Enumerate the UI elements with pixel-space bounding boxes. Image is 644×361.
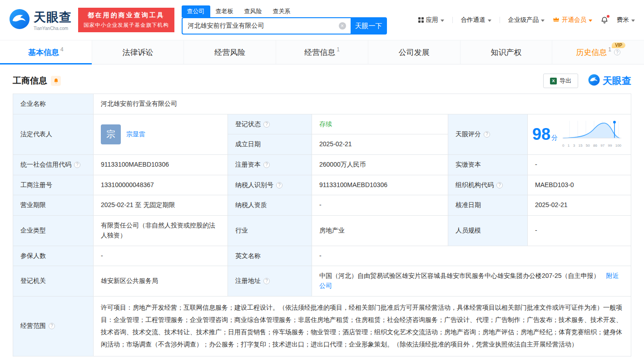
watermark-text: 天眼查 [603, 74, 631, 87]
field-label-company-type: 企业类型 [13, 216, 94, 246]
tab-label: 经营风险 [214, 47, 245, 58]
field-value-company-type: 有限责任公司（非自然人投资或控股的法人独资） [94, 216, 228, 246]
address-text: 中国（河北）自由贸易试验区雄安片区容城县雄安市民服务中心雄安集团办公楼207-2… [319, 272, 600, 279]
search-input-wrap: × [182, 17, 351, 35]
tab-company-development[interactable]: 公司发展 [368, 40, 460, 64]
search-tab-company[interactable]: 查公司 [182, 5, 210, 17]
tab-intellectual-property[interactable]: 知识产权 [460, 40, 552, 64]
field-label-staff-size: 人员规模 [448, 216, 528, 246]
field-value-reg-number: 133100000048367 [94, 175, 228, 196]
chevron-down-icon [631, 20, 635, 22]
nav-user-label: 费米 [617, 16, 629, 24]
help-icon[interactable]: ? [614, 49, 620, 55]
chevron-down-icon [541, 20, 545, 22]
field-value-insured-count: - [94, 246, 228, 267]
tab-label: 知识产权 [490, 47, 521, 58]
field-value-english-name: - [312, 246, 631, 267]
subscribe-bell-icon[interactable] [51, 76, 61, 86]
field-label-paid-capital: 实缴资本 [448, 155, 528, 175]
divider [452, 17, 453, 23]
tab-history-info[interactable]: VIP 历史信息 1 ? [552, 40, 644, 64]
notification-dot [607, 15, 609, 18]
slogan-line2: 国家中小企业发展子基金旗下机构 [84, 22, 169, 29]
tab-label: 公司发展 [399, 47, 430, 58]
field-value-reg-status: 存续 [312, 114, 448, 135]
export-button[interactable]: X 导出 [543, 74, 578, 88]
search-tab-boss[interactable]: 查老板 [210, 5, 239, 17]
tab-label: 基本信息 [28, 47, 59, 58]
tab-label: 法律诉讼 [123, 47, 154, 58]
top-header: 天眼查 TianYanCha.com 都在用的商业查询工具 国家中小企业发展子基… [0, 0, 644, 40]
nav-vip-upgrade[interactable]: 开通会员 [553, 16, 592, 24]
field-label-org-code: 组织机构代码? [448, 175, 528, 196]
help-icon[interactable]: ? [49, 323, 55, 329]
nav-vip-label: 开通会员 [562, 16, 586, 24]
field-label-reg-capital: 注册资本? [228, 155, 312, 175]
field-label-taxpayer-quality: 纳税人资质 [228, 195, 312, 216]
help-icon[interactable]: ? [276, 182, 282, 188]
search-tab-relation[interactable]: 查关系 [268, 5, 296, 17]
field-value-business-scope: 许可项目：房地产开发经营；互联网信息服务；建设工程设计。（依法须经批准的项目，经… [94, 297, 631, 356]
help-icon[interactable]: ? [74, 162, 80, 168]
field-label-reg-number: 工商注册号 [13, 175, 94, 196]
logo-title: 天眼查 [34, 9, 72, 25]
field-label-credit-code: 统一社会信用代码? [13, 155, 94, 175]
field-value-taxpayer-id: 91133100MAEBD10306 [312, 175, 448, 196]
excel-icon: X [550, 78, 557, 84]
nav-partner[interactable]: 合作通道 [461, 16, 491, 24]
nav-user[interactable]: 费米 [617, 16, 635, 24]
logo-swirl-icon [9, 9, 30, 31]
field-label-business-term: 营业期限 [13, 195, 94, 216]
nav-apps[interactable]: 应用 [418, 16, 444, 24]
help-icon[interactable]: ? [263, 121, 270, 128]
score-distribution-chart: 0131550869799100 [561, 120, 622, 148]
field-label-reg-status: 登记状态? [228, 114, 312, 135]
legal-rep-avatar[interactable]: 宗 [101, 124, 121, 144]
field-value-reg-capital: 260000万人民币 [312, 155, 448, 175]
search-tab-risk[interactable]: 查风险 [239, 5, 268, 17]
watermark-logo[interactable]: 天眼查 [588, 74, 631, 88]
slogan-line1: 都在用的商业查询工具 [84, 11, 169, 20]
nav-enterprise[interactable]: 企业级产品 [508, 16, 545, 24]
export-label: 导出 [560, 77, 571, 85]
field-value-legal-rep: 宗 宗显雷 [94, 114, 228, 155]
chevron-down-icon [488, 20, 491, 22]
clear-icon[interactable]: × [339, 22, 346, 30]
logo-swirl-icon [588, 74, 600, 88]
field-label-score: 天眼评分? [448, 114, 528, 155]
search-button[interactable]: 天眼一下 [351, 17, 387, 35]
tab-operation-info[interactable]: 经营信息 1 [276, 40, 368, 64]
legal-rep-link[interactable]: 宗显雷 [126, 129, 145, 139]
chevron-down-icon [441, 20, 444, 22]
field-value-credit-code: 91133100MAEBD10306 [94, 155, 228, 175]
tab-count: 4 [60, 46, 64, 53]
score-number: 98 [532, 125, 550, 143]
field-value-est-date: 2025-02-21 [312, 134, 448, 155]
nav-enterprise-label: 企业级产品 [508, 16, 539, 24]
field-label-reg-authority: 登记机关 [13, 266, 94, 296]
help-icon[interactable]: ? [263, 278, 270, 284]
field-label-industry: 行业 [228, 216, 312, 246]
field-value-industry: 房地产业 [312, 216, 448, 246]
field-label-est-date: 成立日期 [228, 134, 312, 155]
search-tabs: 查公司 查老板 查风险 查关系 [182, 5, 387, 17]
field-label-company-name: 企业名称 [13, 94, 94, 114]
tianyancha-logo[interactable]: 天眼查 TianYanCha.com [9, 9, 72, 31]
field-label-insured-count: 参保人数 [13, 246, 94, 267]
tab-legal-proceedings[interactable]: 法律诉讼 [92, 40, 184, 64]
score-unit: 分 [551, 134, 558, 141]
help-icon[interactable]: ? [263, 162, 270, 168]
logo-subtitle: TianYanCha.com [34, 26, 72, 31]
field-value-reg-address: 中国（河北）自由贸易试验区雄安片区容城县雄安市民服务中心雄安集团办公楼207-2… [312, 266, 631, 296]
field-label-business-scope: 经营范围? [13, 297, 94, 356]
field-label-english-name: 英文名称 [228, 246, 312, 267]
search-input[interactable] [183, 22, 339, 30]
tab-count: 1 [337, 46, 340, 53]
notification-bell-icon[interactable] [600, 16, 609, 24]
tab-basic-info[interactable]: 基本信息 4 [0, 40, 92, 64]
tab-label: 经营信息 [304, 47, 335, 58]
tab-operation-risk[interactable]: 经营风险 [183, 40, 276, 64]
help-icon[interactable]: ? [484, 131, 490, 138]
help-icon[interactable]: ? [496, 182, 503, 188]
field-value-org-code: MAEBD103-0 [528, 175, 631, 196]
